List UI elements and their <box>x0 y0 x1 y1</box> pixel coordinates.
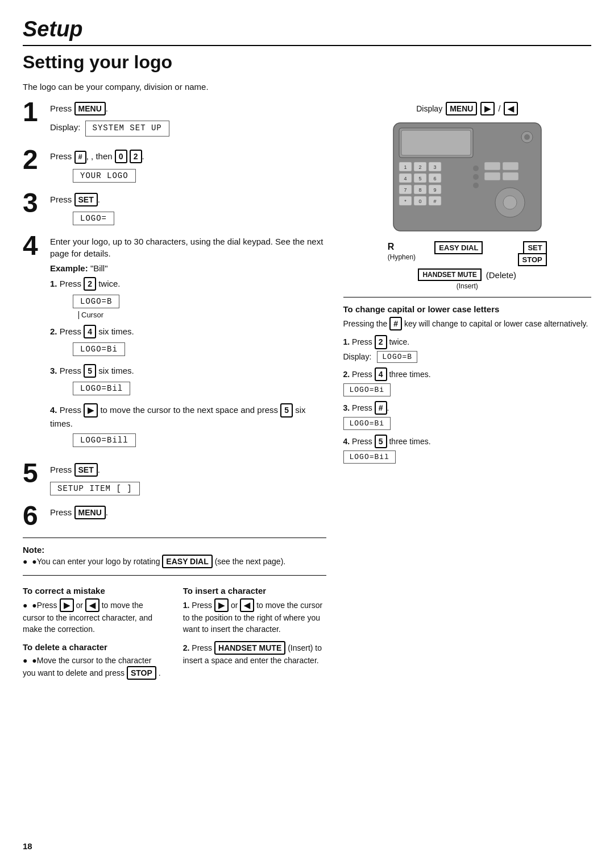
cap-step-1: 1. Press 2 twice. Display: LOGO=B <box>343 335 592 362</box>
step-5-content: Press SET. SETUP ITEM [ ] <box>50 463 326 498</box>
device-labels-row: R EASY DIAL SET <box>388 242 547 252</box>
key-4-ex2: 4 <box>84 325 96 338</box>
step-3-number: 3 <box>23 189 44 217</box>
svg-text:8: 8 <box>418 187 421 193</box>
hyphen-label: (Hyphen) <box>388 253 416 266</box>
example-label: Example: <box>50 263 88 273</box>
step-1: 1 Press MENU. Display: SYSTEM SET UP <box>23 102 326 142</box>
step-3: 3 Press SET. LOGO= <box>23 193 326 228</box>
svg-point-33 <box>473 166 479 171</box>
device-sub-labels: (Hyphen) STOP <box>388 253 547 266</box>
step-1-number: 1 <box>23 98 44 126</box>
delete-char-text: ●Move the cursor to the character you wa… <box>23 655 166 680</box>
bottom-right: To insert a character 1. Press ▶ or ◀ to… <box>183 586 326 682</box>
svg-point-37 <box>524 134 530 140</box>
key-2: 2 <box>130 150 142 163</box>
correct-mistake-text: ●Press ▶ or ◀ to move the cursor to the … <box>23 598 166 635</box>
key-2-ex1: 2 <box>84 277 96 291</box>
cap-step-4: 4. Press 5 three times. LOGO=Bil <box>343 435 592 464</box>
back-key-diag: ◀ <box>504 102 518 115</box>
svg-rect-28 <box>503 162 518 170</box>
svg-text:9: 9 <box>433 187 436 193</box>
display-label-1: Display: <box>50 121 80 133</box>
forward-key-diag: ▶ <box>480 102 495 115</box>
display-logo-B-cap: LOGO=B <box>377 351 417 363</box>
step-5: 5 Press SET. SETUP ITEM [ ] <box>23 463 326 498</box>
note-label: Note: <box>23 545 44 555</box>
back-key-insert: ◀ <box>240 598 254 612</box>
svg-text:6: 6 <box>433 176 436 181</box>
display-logo-bil: LOGO=Bil <box>73 382 130 395</box>
key-2-cap1: 2 <box>375 335 387 349</box>
example-step-3: 3. Press 5 six times. LOGO=Bil <box>50 364 326 398</box>
display-value-2: YOUR LOGO <box>73 169 136 183</box>
device-handset-row: HANDSET MUTE (Delete) <box>418 268 516 281</box>
key-4-cap2: 4 <box>375 367 387 381</box>
bottom-sections: To correct a mistake ●Press ▶ or ◀ to mo… <box>23 586 326 682</box>
step-3-content: Press SET. LOGO= <box>50 193 326 228</box>
display-setup-item: SETUP ITEM [ ] <box>50 482 140 495</box>
display-value-3: LOGO= <box>73 212 114 225</box>
step-5-number: 5 <box>23 460 44 487</box>
page-title: Setting your logo <box>23 52 591 73</box>
forward-key-ex4: ▶ <box>84 403 98 417</box>
cap-step-2: 2. Press 4 three times. LOGO=Bi <box>343 367 592 396</box>
svg-text:0: 0 <box>418 199 421 204</box>
key-5-ex3: 5 <box>84 364 96 378</box>
capital-heading: To change capital or lower case letters <box>343 304 592 314</box>
insert-step-2: 2. Press HANDSET MUTE (Insert) to insert… <box>183 641 326 666</box>
step-1-content: Press MENU. Display: SYSTEM SET UP <box>50 102 326 142</box>
divider-1 <box>23 538 326 538</box>
step-2-content: Press #, , then 0 2. YOUR LOGO <box>50 150 326 185</box>
note-section: Note: ●You can enter your logo by rotati… <box>23 545 326 568</box>
example-value: "Bill" <box>90 263 108 273</box>
display-logo-Bil-cap: LOGO=Bil <box>343 450 396 464</box>
svg-text:1: 1 <box>404 164 406 170</box>
correct-mistake-heading: To correct a mistake <box>23 586 166 596</box>
easy-dial-note: EASY DIAL <box>162 555 212 568</box>
page-number: 18 <box>23 841 32 851</box>
svg-text:5: 5 <box>418 176 421 181</box>
svg-point-34 <box>473 174 479 180</box>
hash-key-cap3: # <box>375 401 387 415</box>
forward-key-correct: ▶ <box>60 598 74 612</box>
key-5-cap4: 5 <box>375 435 387 448</box>
insert-step-1: 1. Press ▶ or ◀ to move the cursor to th… <box>183 598 326 635</box>
set-label: SET <box>523 241 546 254</box>
display-label-cap1: Display: <box>343 352 372 361</box>
set-key-1: SET <box>74 193 98 206</box>
display-label-diag: Display <box>416 104 442 113</box>
svg-text:2: 2 <box>418 164 421 170</box>
divider-right <box>343 297 592 297</box>
display-logo-Bi-cap3: LOGO=Bi <box>343 417 391 430</box>
display-logo-bi: LOGO=Bi <box>73 342 125 356</box>
step-4-number: 4 <box>23 232 44 259</box>
step-6-content: Press MENU. <box>50 506 326 522</box>
svg-text:#: # <box>433 199 436 204</box>
device-svg: 1 2 3 4 5 6 7 8 <box>388 120 547 239</box>
svg-point-32 <box>503 196 517 209</box>
svg-rect-30 <box>503 172 518 180</box>
note-text: ●You can enter your logo by rotating EAS… <box>23 555 326 568</box>
easy-dial-label: EASY DIAL <box>434 241 483 254</box>
step-6: 6 Press MENU. <box>23 506 326 530</box>
example-step-3-num: 3. <box>50 366 57 375</box>
step-4: 4 Enter your logo, up to 30 characters, … <box>23 235 326 455</box>
set-key-5: SET <box>74 463 98 477</box>
step-4-content: Enter your logo, up to 30 characters, us… <box>50 235 326 455</box>
chapter-title: Setup <box>23 17 591 46</box>
svg-text:*: * <box>404 199 406 204</box>
svg-rect-27 <box>484 162 500 170</box>
r-label: R <box>388 242 395 251</box>
svg-point-35 <box>473 183 479 188</box>
divider-2 <box>23 575 326 576</box>
delete-char-heading: To delete a character <box>23 642 166 652</box>
handset-mute-key: HANDSET MUTE <box>214 641 285 655</box>
svg-text:7: 7 <box>404 187 406 193</box>
menu-key-1: MENU <box>74 102 106 115</box>
svg-rect-2 <box>401 130 471 155</box>
example-step-2: 2. Press 4 six times. LOGO=Bi <box>50 325 326 358</box>
cursor-label: Cursor <box>81 311 103 319</box>
svg-text:3: 3 <box>433 164 436 170</box>
display-menu-row: Display MENU ▶/ ◀ <box>416 102 518 115</box>
